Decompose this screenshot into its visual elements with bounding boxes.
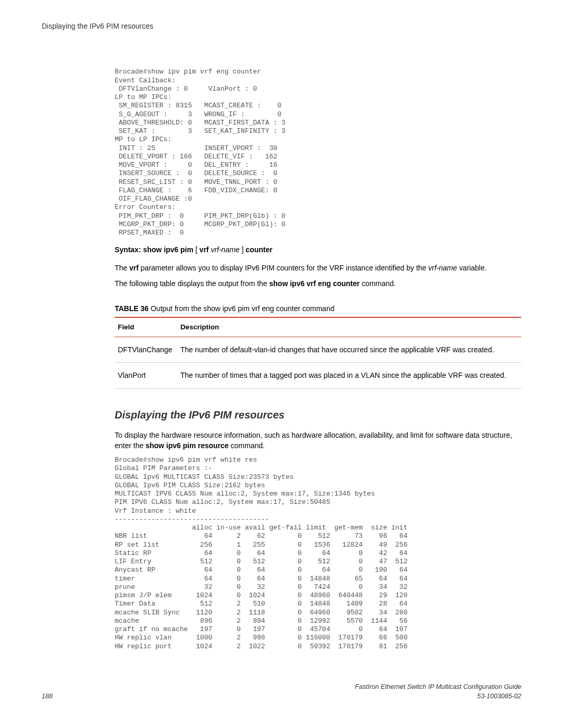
table-header-desc: Description [177,317,521,337]
page-header-title: Displaying the IPv6 PIM resources [42,22,153,30]
para2-a: The following table displays the output … [115,279,270,288]
cli-output-resource: Brocade#show ipv6 pim vrf white res Glob… [115,456,521,651]
table-cell-desc: The number of times that a tagged port w… [177,363,521,388]
para3-cmd: show ipv6 pim resource [145,441,229,450]
syntax-bracket-close: ] [240,245,246,254]
syntax-counter: counter [246,245,272,254]
syntax-vrfname: vrf-name [211,245,239,254]
table-cell-desc: The number of default-vlan-id changes th… [177,337,521,363]
table-row: VlanPort The number of times that a tagg… [115,363,521,388]
footer-doc-title: FastIron Ethernet Switch IP Multicast Co… [355,683,521,690]
table-caption-label: TABLE 36 [115,304,149,313]
para1-a: The [115,264,129,272]
table-cell-field: VlanPort [115,363,177,388]
syntax-prefix: Syntax: show ipv6 pim [115,245,193,254]
para1-vrf: vrf [129,264,139,272]
syntax-line: Syntax: show ipv6 pim [ vrf vrf-name ] c… [115,244,521,255]
page-header: Displaying the IPv6 PIM resources [42,21,521,31]
table-caption: TABLE 36 Output from the show ipv6 pim v… [115,303,521,314]
paragraph-table-intro: The following table displays the output … [115,278,521,289]
footer-right: FastIron Ethernet Switch IP Multicast Co… [355,682,521,701]
table-cell-field: DFTVlanChange [115,337,177,363]
para3-b: command. [229,441,265,450]
syntax-vrf: vrf [200,245,209,254]
table-row: DFTVlanChange The number of default-vlan… [115,337,521,363]
syntax-bracket-open: [ [193,245,200,254]
para1-b: parameter allows you to display IPv6 PIM… [139,264,429,272]
para2-cmd: show ipv6 vrf eng counter [270,279,360,288]
table-header-field: Field [115,317,177,337]
para2-b: command. [360,279,396,288]
page-number: 188 [42,692,53,701]
page-footer: 188 FastIron Ethernet Switch IP Multicas… [42,682,521,701]
cli-output-counter: Brocade#show ipv pim vrf eng counter Eve… [115,68,521,237]
table-caption-text: Output from the show ipv6 pim vrf eng co… [149,304,334,313]
page-content: Brocade#show ipv pim vrf eng counter Eve… [42,68,521,651]
paragraph-resource-intro: To display the hardware resource informa… [115,430,521,451]
para1-var: vrf-name [429,264,457,272]
para1-c: variable. [457,264,487,272]
footer-doc-id: 53-1003085-02 [477,693,521,700]
field-description-table: Field Description DFTVlanChange The numb… [115,317,521,388]
paragraph-vrf-desc: The vrf parameter allows you to display … [115,263,521,273]
section-heading: Displaying the IPv6 PIM resources [115,408,521,423]
table-header-row: Field Description [115,317,521,337]
